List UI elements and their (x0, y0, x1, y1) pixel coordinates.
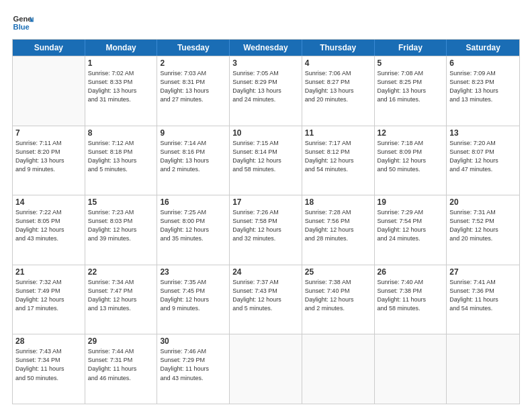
day-info: Sunrise: 7:14 AMSunset: 8:16 PMDaylight:… (160, 139, 226, 174)
cal-cell: 2Sunrise: 7:03 AMSunset: 8:31 PMDaylight… (157, 56, 230, 126)
day-number: 17 (232, 197, 299, 207)
day-number: 22 (88, 267, 154, 277)
header: General Blue (12, 12, 520, 34)
week-row-2: 7Sunrise: 7:11 AMSunset: 8:20 PMDaylight… (13, 126, 519, 195)
header-day-thursday: Thursday (302, 40, 375, 56)
day-number: 10 (232, 128, 299, 138)
cal-cell: 8Sunrise: 7:12 AMSunset: 8:18 PMDaylight… (85, 126, 158, 195)
day-info: Sunrise: 7:02 AMSunset: 8:33 PMDaylight:… (88, 69, 154, 104)
day-number: 13 (449, 128, 517, 138)
day-info: Sunrise: 7:22 AMSunset: 8:05 PMDaylight:… (15, 208, 82, 243)
day-number: 27 (449, 267, 517, 277)
cal-cell: 9Sunrise: 7:14 AMSunset: 8:16 PMDaylight… (157, 126, 230, 195)
day-number: 30 (160, 336, 226, 346)
day-number: 7 (15, 128, 82, 138)
cal-cell: 7Sunrise: 7:11 AMSunset: 8:20 PMDaylight… (13, 126, 85, 195)
cal-cell: 3Sunrise: 7:05 AMSunset: 8:29 PMDaylight… (230, 56, 302, 126)
week-row-3: 14Sunrise: 7:22 AMSunset: 8:05 PMDayligh… (13, 195, 519, 265)
day-info: Sunrise: 7:05 AMSunset: 8:29 PMDaylight:… (232, 69, 299, 104)
day-info: Sunrise: 7:38 AMSunset: 7:40 PMDaylight:… (305, 278, 371, 313)
day-info: Sunrise: 7:46 AMSunset: 7:29 PMDaylight:… (160, 347, 226, 382)
logo: General Blue (12, 12, 34, 34)
cal-cell: 22Sunrise: 7:34 AMSunset: 7:47 PMDayligh… (85, 265, 158, 334)
day-number: 24 (232, 267, 299, 277)
cal-cell: 30Sunrise: 7:46 AMSunset: 7:29 PMDayligh… (157, 334, 230, 404)
day-info: Sunrise: 7:20 AMSunset: 8:07 PMDaylight:… (449, 139, 517, 174)
cal-cell: 20Sunrise: 7:31 AMSunset: 7:52 PMDayligh… (447, 195, 519, 265)
cal-cell: 28Sunrise: 7:43 AMSunset: 7:34 PMDayligh… (13, 334, 85, 404)
day-info: Sunrise: 7:12 AMSunset: 8:18 PMDaylight:… (88, 139, 154, 174)
day-info: Sunrise: 7:25 AMSunset: 8:00 PMDaylight:… (160, 208, 226, 243)
day-info: Sunrise: 7:06 AMSunset: 8:27 PMDaylight:… (305, 69, 371, 104)
calendar: SundayMondayTuesdayWednesdayThursdayFrid… (12, 39, 520, 404)
day-number: 25 (305, 267, 371, 277)
day-info: Sunrise: 7:09 AMSunset: 8:23 PMDaylight:… (449, 69, 517, 104)
header-day-tuesday: Tuesday (157, 40, 230, 56)
header-day-wednesday: Wednesday (230, 40, 302, 56)
day-number: 11 (305, 128, 371, 138)
logo-icon: General Blue (12, 12, 34, 34)
cal-cell: 21Sunrise: 7:32 AMSunset: 7:49 PMDayligh… (13, 265, 85, 334)
day-info: Sunrise: 7:31 AMSunset: 7:52 PMDaylight:… (449, 208, 517, 243)
day-number: 28 (15, 336, 82, 346)
cal-cell: 5Sunrise: 7:08 AMSunset: 8:25 PMDaylight… (375, 56, 447, 126)
day-number: 26 (378, 267, 444, 277)
day-info: Sunrise: 7:35 AMSunset: 7:45 PMDaylight:… (160, 278, 226, 313)
day-info: Sunrise: 7:08 AMSunset: 8:25 PMDaylight:… (378, 69, 444, 104)
day-number: 14 (15, 197, 82, 207)
cal-cell (13, 56, 85, 126)
day-number: 4 (305, 58, 371, 68)
cal-cell: 4Sunrise: 7:06 AMSunset: 8:27 PMDaylight… (302, 56, 375, 126)
cal-cell: 19Sunrise: 7:29 AMSunset: 7:54 PMDayligh… (375, 195, 447, 265)
header-day-friday: Friday (375, 40, 447, 56)
day-number: 3 (232, 58, 299, 68)
cal-cell: 10Sunrise: 7:15 AMSunset: 8:14 PMDayligh… (230, 126, 302, 195)
day-info: Sunrise: 7:28 AMSunset: 7:56 PMDaylight:… (305, 208, 371, 243)
day-info: Sunrise: 7:43 AMSunset: 7:34 PMDaylight:… (15, 347, 82, 382)
calendar-body: 1Sunrise: 7:02 AMSunset: 8:33 PMDaylight… (13, 56, 519, 404)
day-number: 5 (378, 58, 444, 68)
cal-cell: 26Sunrise: 7:40 AMSunset: 7:38 PMDayligh… (375, 265, 447, 334)
cal-cell: 1Sunrise: 7:02 AMSunset: 8:33 PMDaylight… (85, 56, 158, 126)
cal-cell: 25Sunrise: 7:38 AMSunset: 7:40 PMDayligh… (302, 265, 375, 334)
day-info: Sunrise: 7:26 AMSunset: 7:58 PMDaylight:… (232, 208, 299, 243)
day-number: 20 (449, 197, 517, 207)
header-day-saturday: Saturday (447, 40, 519, 56)
cal-cell: 6Sunrise: 7:09 AMSunset: 8:23 PMDaylight… (447, 56, 519, 126)
svg-text:Blue: Blue (13, 23, 30, 31)
header-day-monday: Monday (85, 40, 158, 56)
day-info: Sunrise: 7:41 AMSunset: 7:36 PMDaylight:… (449, 278, 517, 313)
cal-cell: 27Sunrise: 7:41 AMSunset: 7:36 PMDayligh… (447, 265, 519, 334)
day-number: 15 (88, 197, 154, 207)
day-number: 8 (88, 128, 154, 138)
day-info: Sunrise: 7:11 AMSunset: 8:20 PMDaylight:… (15, 139, 82, 174)
cal-cell (447, 334, 519, 404)
day-info: Sunrise: 7:34 AMSunset: 7:47 PMDaylight:… (88, 278, 154, 313)
cal-cell: 15Sunrise: 7:23 AMSunset: 8:03 PMDayligh… (85, 195, 158, 265)
cal-cell (375, 334, 447, 404)
day-number: 23 (160, 267, 226, 277)
cal-cell: 18Sunrise: 7:28 AMSunset: 7:56 PMDayligh… (302, 195, 375, 265)
cal-cell: 11Sunrise: 7:17 AMSunset: 8:12 PMDayligh… (302, 126, 375, 195)
week-row-4: 21Sunrise: 7:32 AMSunset: 7:49 PMDayligh… (13, 265, 519, 334)
cal-cell: 17Sunrise: 7:26 AMSunset: 7:58 PMDayligh… (230, 195, 302, 265)
header-day-sunday: Sunday (13, 40, 85, 56)
day-info: Sunrise: 7:23 AMSunset: 8:03 PMDaylight:… (88, 208, 154, 243)
cal-cell: 24Sunrise: 7:37 AMSunset: 7:43 PMDayligh… (230, 265, 302, 334)
day-info: Sunrise: 7:18 AMSunset: 8:09 PMDaylight:… (378, 139, 444, 174)
day-info: Sunrise: 7:15 AMSunset: 8:14 PMDaylight:… (232, 139, 299, 174)
week-row-1: 1Sunrise: 7:02 AMSunset: 8:33 PMDaylight… (13, 56, 519, 126)
day-number: 29 (88, 336, 154, 346)
cal-cell: 16Sunrise: 7:25 AMSunset: 8:00 PMDayligh… (157, 195, 230, 265)
cal-cell (302, 334, 375, 404)
cal-cell (230, 334, 302, 404)
calendar-header: SundayMondayTuesdayWednesdayThursdayFrid… (13, 40, 519, 56)
day-info: Sunrise: 7:32 AMSunset: 7:49 PMDaylight:… (15, 278, 82, 313)
day-number: 1 (88, 58, 154, 68)
day-number: 2 (160, 58, 226, 68)
day-number: 12 (378, 128, 444, 138)
cal-cell: 23Sunrise: 7:35 AMSunset: 7:45 PMDayligh… (157, 265, 230, 334)
day-number: 9 (160, 128, 226, 138)
day-number: 6 (449, 58, 517, 68)
day-info: Sunrise: 7:44 AMSunset: 7:31 PMDaylight:… (88, 347, 154, 382)
